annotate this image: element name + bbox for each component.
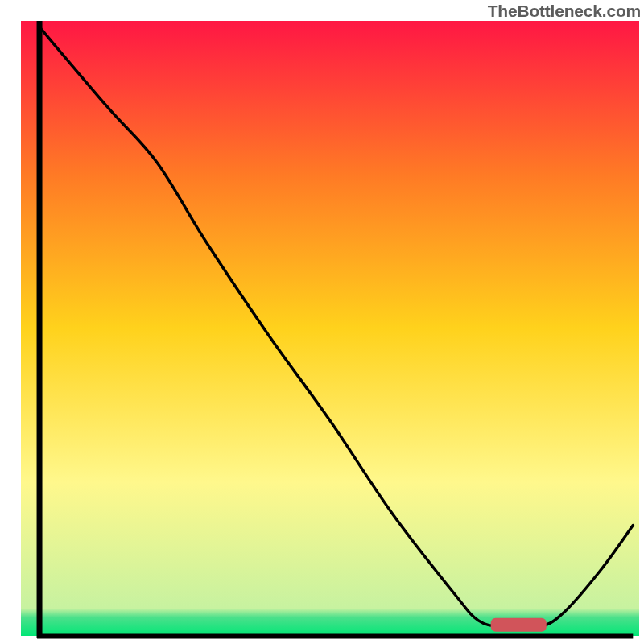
optimal-marker	[491, 618, 547, 632]
chart-frame: TheBottleneck.com	[0, 0, 644, 644]
bottleneck-chart	[0, 0, 644, 644]
watermark-text: TheBottleneck.com	[488, 2, 641, 21]
